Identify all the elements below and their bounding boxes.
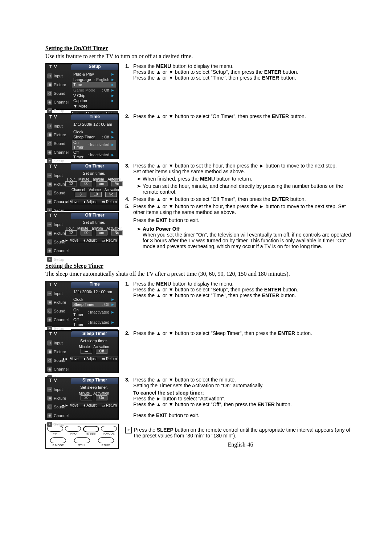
input-icon: ⇢ [47, 173, 52, 178]
up-icon [156, 287, 161, 292]
sound-icon: ◷ [47, 404, 52, 409]
sleep-grid: MinuteActivation ---Off [72, 345, 116, 354]
menu-sleep-value: : Off [102, 302, 110, 307]
channel-value: 3 [75, 192, 86, 197]
menu-on-timer: On Timer [73, 140, 88, 149]
menu-plug-play: Plug & Play [73, 72, 109, 77]
step-2: Press the or button to select "On Timer"… [133, 113, 356, 119]
section2-intro: The sleep timer automatically shuts off … [45, 271, 356, 277]
osd-title: Off Timer [71, 213, 118, 219]
osd-sidebar: ⇢Input ▣Picture ◷Sound ◉Channel ✦Setup [46, 220, 70, 264]
tv-label: T V [49, 378, 57, 383]
menu-sleep: Sleep Timer [73, 302, 102, 307]
picture-icon: ▣ [47, 396, 52, 401]
menu-game-value: : Off [102, 88, 110, 93]
osd-title: Time [71, 114, 118, 120]
on-timer-grid: HourMinuteam/pmAntenna 1200amAir Channel… [72, 177, 116, 197]
picture-icon: ▣ [47, 132, 52, 137]
remote-smode: S.MODE [50, 437, 66, 447]
input-icon: ⇢ [47, 222, 52, 227]
channel-icon: ◉ [47, 248, 52, 253]
osd-off-timer: T V Off Timer ⇢Input ▣Picture ◷Sound ◉Ch… [45, 212, 119, 256]
menu-on-timer-value: : Inactivated [88, 142, 109, 147]
up-icon [156, 203, 161, 209]
section1-heading: Setting the On/Off Timer [45, 45, 356, 52]
up-icon [156, 330, 161, 336]
menu-vchip: V-Chip [73, 93, 109, 98]
antenna-value: Air [111, 181, 123, 186]
up-icon [156, 292, 161, 298]
menu-caption: Caption [73, 98, 109, 103]
arrow-icon: ► [111, 142, 115, 147]
osd-title: On Timer [71, 164, 118, 170]
off-timer-grid: HourMinuteam/pmActivation 1200amNo [72, 226, 116, 235]
picture-icon: ▣ [47, 231, 52, 236]
sidebar-picture: Picture [54, 82, 66, 87]
arrow-icon: ► [111, 93, 115, 98]
input-icon: ⇢ [47, 73, 52, 78]
menu-off-timer: Off Timer [73, 318, 88, 327]
up-icon [156, 163, 161, 169]
osd-time: T V Time ⇢Input ▣Picture ◷Sound ◉Channel… [45, 113, 119, 159]
osd-sidebar: ⇢Input ▣Picture ◷Sound ◉Channel ✦Setup [46, 289, 70, 333]
remote-sleep: SLEEP [83, 426, 99, 436]
osd-sidebar: ⇢Input ▣Picture ◷Sound ◉Channel ✦Setup [46, 72, 70, 115]
osd-sleep-1: T V Sleep Timer ⇢Input ▣Picture ◷Sound ◉… [45, 330, 119, 373]
step-5: Press the or button to set the hour, the… [133, 203, 356, 249]
step-4: Press the or button to select "Off Timer… [133, 196, 356, 202]
osd-sidebar: ⇢Input ▣Picture ◷Sound ◉Channel ✦Setup [46, 171, 70, 215]
on-timer-prompt: Set on timer. [72, 171, 116, 176]
osd-footer: ◄►Move ♦Adjust ▭Return [71, 238, 118, 243]
down-icon [168, 196, 173, 202]
arrow-icon: ► [111, 72, 115, 77]
section2-step-3: Press the or button to select the minute… [133, 377, 356, 418]
sleep-note: ☞ Press the SLEEP button on the remote c… [125, 427, 356, 439]
page-number: English-46 [125, 441, 356, 448]
sidebar-input: Input [54, 74, 62, 78]
input-icon: ⇢ [47, 340, 52, 346]
note-icon: ☞ [125, 427, 132, 433]
sidebar-channel: Channel [54, 150, 69, 155]
picture-icon: ▣ [47, 300, 52, 305]
down-icon [168, 203, 173, 209]
section1-intro: Use this feature to set the TV to turn o… [45, 53, 356, 60]
section2-step-2: Press the or button to select "Sleep Tim… [133, 330, 356, 336]
tv-label: T V [49, 332, 57, 337]
menu-off-timer-value: : Inactivated [88, 320, 109, 325]
off-timer-prompt: Set off timer. [72, 220, 116, 225]
sidebar-sound: Sound [54, 141, 65, 146]
menu-on-timer: On Timer [73, 308, 88, 317]
arrow-icon: ► [111, 310, 115, 315]
osd-sidebar: ⇢Input ▣Picture ◷Sound ◉Channel ✦Setup [46, 339, 70, 382]
down-icon [168, 401, 173, 407]
right-icon [259, 163, 264, 169]
sound-icon: ◷ [47, 91, 52, 96]
tv-label: T V [49, 213, 57, 218]
input-icon: ⇢ [47, 291, 52, 296]
arrow-icon: ► [111, 320, 115, 325]
input-icon: ⇢ [47, 387, 52, 392]
sound-icon: ◷ [47, 358, 52, 363]
setup-icon: ✦ [47, 257, 52, 262]
picture-icon: ▣ [47, 82, 52, 87]
osd-title: Sleep Timer [71, 331, 118, 337]
osd-on-timer: T V On Timer ⇢Input ▣Picture ◷Sound ◉Cha… [45, 163, 119, 211]
step-3: Press the or button to set the hour, the… [133, 163, 356, 195]
arrow-icon: ► [111, 153, 115, 157]
sound-icon: ◷ [47, 141, 52, 146]
menu-sleep-value: : Off [102, 135, 110, 140]
pointer-icon: ➣ [137, 183, 143, 195]
up-icon [156, 113, 161, 119]
channel-icon: ◉ [47, 413, 52, 418]
menu-on-timer-value: : Inactivated [88, 310, 109, 315]
volume-value: 10 [90, 192, 102, 197]
osd-footer: ◄►Move ♦Adjust ▭Return [71, 403, 118, 408]
down-icon [168, 330, 173, 336]
channel-icon: ◉ [47, 100, 52, 105]
osd-title: Sleep Timer [71, 378, 118, 384]
ampm-value: am [96, 181, 107, 186]
sound-icon: ◷ [47, 308, 52, 314]
setup-icon: ✦ [47, 422, 52, 427]
down-icon [168, 292, 173, 298]
ampm-value: am [96, 230, 107, 235]
